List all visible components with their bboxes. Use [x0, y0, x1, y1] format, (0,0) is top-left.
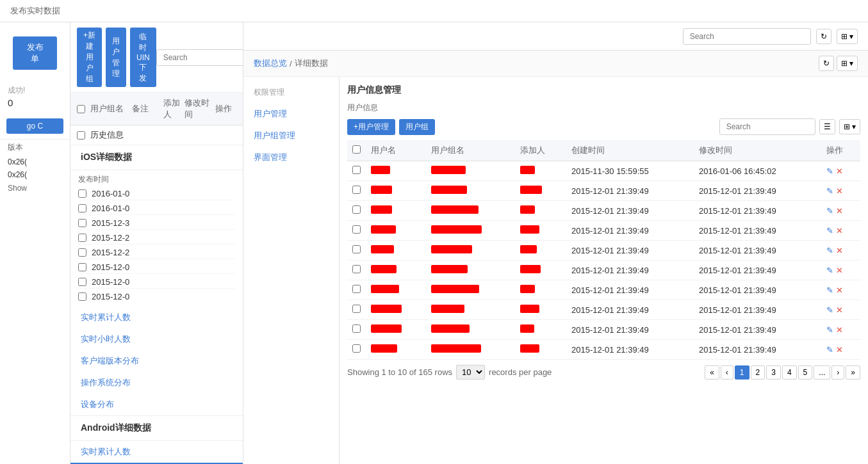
delete-icon-9[interactable]: ✕	[836, 345, 843, 355]
edit-icon-6[interactable]: ✎	[826, 285, 833, 295]
table-grid-btn[interactable]: ⊞ ▾	[839, 119, 860, 134]
username-cell-8	[366, 320, 426, 340]
row-checkbox-4[interactable]	[352, 245, 361, 253]
table-row: 2015-12-01 21:39:492015-12-01 21:39:49✎✕	[347, 241, 860, 260]
row-checkbox-8[interactable]	[352, 324, 361, 333]
page-ellipsis-btn[interactable]: ...	[814, 365, 830, 380]
edit-icon-4[interactable]: ✎	[826, 246, 833, 255]
edit-icon-8[interactable]: ✎	[826, 325, 833, 335]
delete-icon-8[interactable]: ✕	[836, 325, 843, 335]
edit-icon-2[interactable]: ✎	[826, 206, 833, 216]
delete-icon-0[interactable]: ✕	[836, 166, 843, 176]
delete-icon-7[interactable]: ✕	[836, 305, 843, 315]
select-all-checkbox[interactable]	[77, 105, 85, 113]
table-row: 2015-12-01 21:39:492015-12-01 21:39:49✎✕	[347, 300, 860, 320]
edit-icon-1[interactable]: ✎	[826, 186, 833, 196]
grid-view-btn[interactable]: ⊞ ▾	[837, 29, 858, 44]
ios-menu-realtime-hourly[interactable]: 实时小时人数	[70, 328, 243, 350]
row-checkbox-3[interactable]	[352, 225, 361, 234]
time-checkbox-1[interactable]	[78, 189, 86, 198]
delete-icon-4[interactable]: ✕	[836, 246, 843, 255]
main-search-input[interactable]	[683, 28, 811, 45]
history-row-checkbox[interactable]	[77, 131, 85, 140]
page-prev-btn[interactable]: ‹	[721, 365, 733, 380]
per-page-select[interactable]: 10 20 50	[456, 365, 485, 380]
ios-menu-os-dist[interactable]: 操作系统分布	[70, 372, 243, 394]
publish-btn[interactable]: 发布单	[13, 36, 57, 70]
ios-menu-device-dist[interactable]: 设备分布	[70, 394, 243, 415]
ios-menu-client-version[interactable]: 客户端版本分布	[70, 350, 243, 372]
status-value: 0	[8, 96, 62, 109]
row-checkbox-0[interactable]	[352, 166, 361, 174]
table-row: 2015-12-01 21:39:492015-12-01 21:39:49✎✕	[347, 340, 860, 360]
delete-icon-5[interactable]: ✕	[836, 266, 843, 275]
delete-icon-6[interactable]: ✕	[836, 285, 843, 295]
row-checkbox-9[interactable]	[352, 344, 361, 353]
page-last-btn[interactable]: »	[846, 365, 860, 380]
delete-icon-1[interactable]: ✕	[836, 186, 843, 196]
edit-icon-3[interactable]: ✎	[826, 226, 833, 236]
breadcrumb-refresh-btn[interactable]: ↻	[819, 56, 834, 71]
time-item-3: 2015-12-3	[92, 218, 129, 228]
username-cell-6	[366, 280, 426, 300]
show-label: Show	[0, 181, 70, 195]
refresh-btn-main[interactable]: ↻	[816, 29, 831, 44]
add-user-btn[interactable]: +用户管理	[347, 119, 395, 135]
edit-icon-5[interactable]: ✎	[826, 266, 833, 275]
temp-uin-btn[interactable]: 临时UIN下发	[130, 28, 156, 87]
delete-icon-2[interactable]: ✕	[836, 206, 843, 216]
created-cell-2: 2015-12-01 21:39:49	[566, 201, 694, 221]
edit-icon-9[interactable]: ✎	[826, 345, 833, 355]
time-checkbox-4[interactable]	[78, 234, 86, 242]
nav-item-group[interactable]: 用户组管理	[243, 125, 339, 147]
time-checkbox-6[interactable]	[78, 263, 86, 271]
android-menu-realtime-total[interactable]: 实时累计人数	[70, 441, 243, 463]
page-1-btn[interactable]: 1	[735, 365, 749, 380]
table-refresh-btn[interactable]: ☰	[819, 119, 835, 134]
breadcrumb-separator: /	[290, 59, 292, 68]
row-checkbox-5[interactable]	[352, 265, 361, 273]
groupname-cell-4	[426, 241, 515, 260]
time-item-4: 2015-12-2	[92, 233, 129, 243]
nav-item-user[interactable]: 用户管理	[243, 103, 339, 125]
table-select-all[interactable]	[352, 145, 361, 154]
time-checkbox-3[interactable]	[78, 219, 86, 227]
groupname-cell-1	[426, 181, 515, 201]
edit-icon-7[interactable]: ✎	[826, 305, 833, 315]
page-2-btn[interactable]: 2	[751, 365, 766, 380]
row-checkbox-6[interactable]	[352, 285, 361, 293]
page-5-btn[interactable]: 5	[798, 365, 813, 380]
top-search-input[interactable]	[156, 49, 243, 66]
new-group-btn[interactable]: +新建用户组	[77, 28, 102, 87]
go-button[interactable]: go C	[6, 118, 63, 134]
page-4-btn[interactable]: 4	[782, 365, 797, 380]
adder-cell-9	[515, 340, 566, 360]
th-operation: 操作	[821, 140, 860, 161]
username-cell-1	[366, 181, 426, 201]
page-first-btn[interactable]: «	[705, 365, 719, 380]
col-action: 操作	[215, 103, 236, 115]
nav-item-ui[interactable]: 界面管理	[243, 147, 339, 168]
breadcrumb-grid-btn[interactable]: ⊞ ▾	[837, 56, 858, 71]
th-adder: 添加人	[515, 140, 566, 161]
time-checkbox-2[interactable]	[78, 204, 86, 212]
time-checkbox-8[interactable]	[78, 292, 86, 301]
groupname-cell-2	[426, 201, 515, 221]
edit-icon-0[interactable]: ✎	[826, 166, 833, 176]
delete-icon-3[interactable]: ✕	[836, 226, 843, 236]
created-cell-4: 2015-12-01 21:39:49	[566, 241, 694, 260]
version-item-2: 0x26(	[0, 168, 70, 181]
modified-cell-0: 2016-01-06 16:45:02	[694, 161, 821, 181]
table-search-input[interactable]	[719, 118, 815, 135]
time-checkbox-5[interactable]	[78, 248, 86, 257]
row-checkbox-2[interactable]	[352, 205, 361, 214]
page-next-btn[interactable]: ›	[831, 365, 844, 380]
page-3-btn[interactable]: 3	[766, 365, 781, 380]
breadcrumb-parent[interactable]: 数据总览	[254, 58, 287, 69]
add-group-btn[interactable]: 用户组	[399, 119, 435, 135]
row-checkbox-7[interactable]	[352, 305, 361, 313]
user-mgmt-btn[interactable]: 用户管理	[106, 28, 126, 87]
ios-menu-realtime-total[interactable]: 实时累计人数	[70, 307, 243, 328]
time-checkbox-7[interactable]	[78, 278, 86, 286]
row-checkbox-1[interactable]	[352, 186, 361, 194]
